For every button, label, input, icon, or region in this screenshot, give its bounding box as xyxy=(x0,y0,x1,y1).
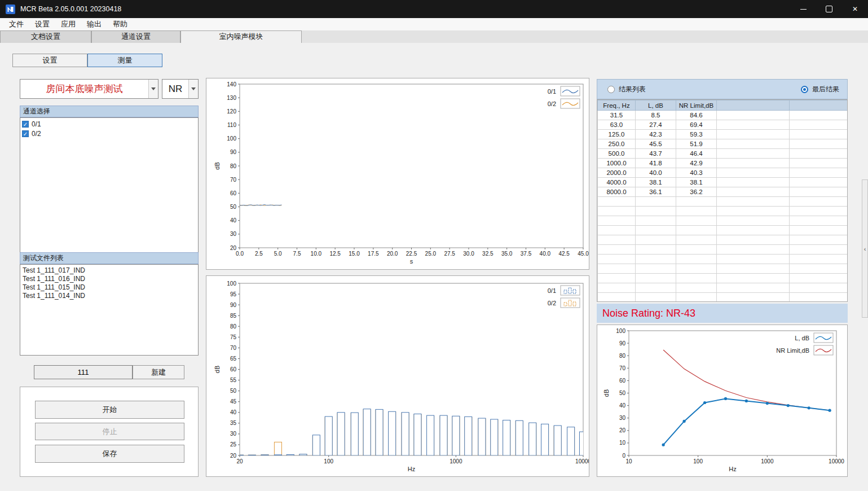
table-cell xyxy=(790,130,848,139)
table-cell: 63.0 xyxy=(598,120,636,130)
stop-button[interactable]: 停止 xyxy=(35,423,184,440)
start-button[interactable]: 开始 xyxy=(35,401,184,419)
svg-text:30: 30 xyxy=(230,231,237,237)
svg-text:100: 100 xyxy=(324,458,333,464)
table-row[interactable] xyxy=(598,283,848,293)
svg-text:10000: 10000 xyxy=(829,458,844,464)
table-row[interactable]: 31.58.584.6 xyxy=(598,111,848,120)
radio-selected-icon[interactable] xyxy=(801,86,808,93)
table-row[interactable] xyxy=(598,226,848,235)
test-file-listbox[interactable]: Test 1_111_017_IND Test 1_111_016_IND Te… xyxy=(20,264,199,356)
table-row[interactable] xyxy=(598,245,848,255)
table-row[interactable] xyxy=(598,255,848,264)
test-name-input[interactable] xyxy=(34,365,133,379)
svg-text:42.5: 42.5 xyxy=(558,251,570,257)
table-row[interactable] xyxy=(598,207,848,216)
svg-text:7.5: 7.5 xyxy=(293,251,301,257)
table-row[interactable]: 63.027.469.4 xyxy=(598,120,848,130)
table-cell: 125.0 xyxy=(598,130,636,139)
table-cell xyxy=(790,245,848,255)
svg-text:15.0: 15.0 xyxy=(349,251,360,257)
table-cell xyxy=(598,293,636,303)
table-row[interactable] xyxy=(598,197,848,207)
table-cell: 8.5 xyxy=(636,111,676,120)
table-row[interactable] xyxy=(598,274,848,283)
table-cell xyxy=(636,207,676,216)
menu-settings[interactable]: 设置 xyxy=(29,18,55,30)
collapse-panel-handle[interactable] xyxy=(862,179,868,318)
table-row[interactable]: 250.045.551.9 xyxy=(598,139,848,149)
file-list-item[interactable]: Test 1_111_016_IND xyxy=(20,275,198,283)
col-header-level: L, dB xyxy=(636,100,676,111)
radio-last-result[interactable]: 最后结果 xyxy=(801,85,839,94)
table-cell xyxy=(676,255,717,264)
radio-last-result-label: 最后结果 xyxy=(812,85,839,94)
maximize-button[interactable] xyxy=(816,0,842,18)
subtab-measure[interactable]: 测量 xyxy=(87,54,162,67)
radio-unselected-icon[interactable] xyxy=(607,86,615,93)
table-cell xyxy=(636,255,676,264)
rating-type-dropdown-zone[interactable] xyxy=(188,80,198,98)
table-cell: 45.5 xyxy=(636,139,676,149)
table-cell: 69.4 xyxy=(676,120,717,130)
channel-item[interactable]: ✓ 0/2 xyxy=(20,129,198,138)
table-row[interactable]: 2000.040.040.3 xyxy=(598,168,848,178)
channel-item[interactable]: ✓ 0/1 xyxy=(20,119,198,129)
file-list-item[interactable]: Test 1_111_017_IND xyxy=(20,266,198,275)
menu-file[interactable]: 文件 xyxy=(3,18,29,30)
table-row[interactable]: 4000.038.138.1 xyxy=(598,178,848,187)
subtab-settings[interactable]: 设置 xyxy=(12,54,87,67)
table-cell xyxy=(676,207,717,216)
svg-text:140: 140 xyxy=(227,81,236,87)
svg-text:80: 80 xyxy=(230,163,237,169)
new-button[interactable]: 新建 xyxy=(133,365,184,379)
table-row[interactable]: 8000.036.136.2 xyxy=(598,187,848,197)
table-row[interactable]: 125.042.359.3 xyxy=(598,130,848,139)
table-row[interactable] xyxy=(598,216,848,226)
file-list-item[interactable]: Test 1_111_014_IND xyxy=(20,292,198,300)
table-cell xyxy=(636,226,676,235)
file-list-item[interactable]: Test 1_111_015_IND xyxy=(20,283,198,292)
test-name-dropdown-zone[interactable] xyxy=(148,80,158,98)
table-cell xyxy=(790,264,848,274)
svg-text:Hz: Hz xyxy=(729,466,736,472)
table-cell: 42.3 xyxy=(636,130,676,139)
svg-text:80: 80 xyxy=(619,353,626,359)
svg-text:90: 90 xyxy=(230,302,237,308)
table-row[interactable]: 500.043.746.4 xyxy=(598,149,848,159)
radio-result-list[interactable]: 结果列表 xyxy=(607,85,646,94)
table-cell xyxy=(790,159,848,168)
channel-listbox[interactable]: ✓ 0/1 ✓ 0/2 xyxy=(20,117,199,253)
table-cell xyxy=(790,178,848,187)
tab-document-settings[interactable]: 文档设置 xyxy=(0,30,91,43)
svg-text:0.0: 0.0 xyxy=(236,251,244,257)
tab-room-noise-module[interactable]: 室内噪声模块 xyxy=(180,30,302,43)
svg-text:95: 95 xyxy=(230,291,237,297)
tab-channel-settings[interactable]: 通道设置 xyxy=(91,30,180,43)
table-cell xyxy=(717,178,790,187)
col-header-freq: Freq., Hz xyxy=(598,100,636,111)
test-name-combobox[interactable]: 房间本底噪声测试 xyxy=(20,79,158,99)
menu-help[interactable]: 帮助 xyxy=(107,18,133,30)
table-row[interactable]: 1000.041.842.9 xyxy=(598,159,848,168)
svg-text:10: 10 xyxy=(625,458,632,464)
save-button[interactable]: 保存 xyxy=(35,445,184,463)
table-row[interactable] xyxy=(598,235,848,245)
table-cell: 27.4 xyxy=(636,120,676,130)
channel-checkbox-checked-icon[interactable]: ✓ xyxy=(22,130,29,137)
maximize-icon xyxy=(826,6,832,12)
rating-type-combobox[interactable]: NR xyxy=(162,79,199,99)
menu-apply[interactable]: 应用 xyxy=(55,18,81,30)
close-button[interactable] xyxy=(842,0,868,18)
minimize-button[interactable] xyxy=(790,0,816,18)
menubar: 文件 设置 应用 输出 帮助 xyxy=(0,18,868,30)
svg-text:45: 45 xyxy=(230,398,237,405)
table-cell xyxy=(717,168,790,178)
channel-checkbox-checked-icon[interactable]: ✓ xyxy=(22,121,29,128)
svg-text:NR Limit,dB: NR Limit,dB xyxy=(776,347,809,354)
table-row[interactable] xyxy=(598,293,848,303)
menu-output[interactable]: 输出 xyxy=(81,18,107,30)
results-table-body: 31.58.584.663.027.469.4125.042.359.3250.… xyxy=(598,111,848,303)
table-row[interactable] xyxy=(598,264,848,274)
results-table: Freq., Hz L, dB NR Limit,dB 31.58.584.66… xyxy=(597,100,848,302)
